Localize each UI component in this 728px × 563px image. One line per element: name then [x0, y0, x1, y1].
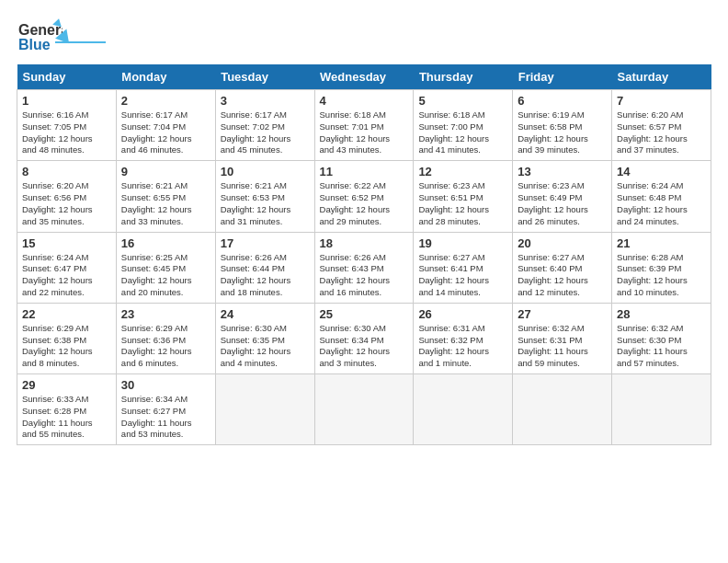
day-number: 2	[121, 94, 210, 108]
day-info: Sunrise: 6:30 AMSunset: 6:35 PMDaylight:…	[221, 323, 310, 370]
calendar-cell: 23Sunrise: 6:29 AMSunset: 6:36 PMDayligh…	[116, 303, 215, 373]
day-info: Sunrise: 6:29 AMSunset: 6:36 PMDaylight:…	[121, 323, 210, 370]
calendar-cell	[215, 374, 314, 445]
day-info: Sunrise: 6:22 AMSunset: 6:52 PMDaylight:…	[320, 180, 409, 227]
week-row-1: 8Sunrise: 6:20 AMSunset: 6:56 PMDaylight…	[17, 161, 711, 232]
day-info: Sunrise: 6:16 AMSunset: 7:05 PMDaylight:…	[22, 109, 111, 156]
calendar-cell: 18Sunrise: 6:26 AMSunset: 6:43 PMDayligh…	[314, 232, 414, 303]
calendar-cell: 5Sunrise: 6:18 AMSunset: 7:00 PMDaylight…	[414, 90, 513, 161]
day-info: Sunrise: 6:23 AMSunset: 6:51 PMDaylight:…	[418, 180, 507, 227]
day-number: 28	[617, 307, 706, 321]
weekday-header-thursday: Thursday	[414, 64, 513, 90]
day-info: Sunrise: 6:17 AMSunset: 7:02 PMDaylight:…	[221, 109, 310, 156]
calendar-cell: 30Sunrise: 6:34 AMSunset: 6:27 PMDayligh…	[116, 374, 215, 445]
weekday-header-row: SundayMondayTuesdayWednesdayThursdayFrid…	[17, 64, 711, 90]
day-number: 29	[22, 378, 111, 392]
day-info: Sunrise: 6:24 AMSunset: 6:47 PMDaylight:…	[22, 252, 111, 299]
calendar-cell: 20Sunrise: 6:27 AMSunset: 6:40 PMDayligh…	[513, 232, 612, 303]
day-info: Sunrise: 6:20 AMSunset: 6:56 PMDaylight:…	[22, 180, 111, 227]
day-number: 17	[221, 236, 310, 250]
calendar-cell: 11Sunrise: 6:22 AMSunset: 6:52 PMDayligh…	[314, 161, 414, 232]
calendar-cell: 22Sunrise: 6:29 AMSunset: 6:38 PMDayligh…	[17, 303, 117, 373]
calendar-cell	[513, 374, 612, 445]
page: General Blue SundayMo	[0, 0, 728, 454]
week-row-0: 1Sunrise: 6:16 AMSunset: 7:05 PMDaylight…	[17, 90, 711, 161]
day-number: 9	[121, 165, 210, 178]
weekday-header-sunday: Sunday	[17, 64, 117, 90]
calendar-cell: 10Sunrise: 6:21 AMSunset: 6:53 PMDayligh…	[215, 161, 314, 232]
calendar-cell	[414, 374, 513, 445]
day-info: Sunrise: 6:26 AMSunset: 6:44 PMDaylight:…	[221, 252, 310, 299]
calendar-cell: 17Sunrise: 6:26 AMSunset: 6:44 PMDayligh…	[215, 232, 314, 303]
day-info: Sunrise: 6:17 AMSunset: 7:04 PMDaylight:…	[121, 109, 210, 156]
logo-underline	[55, 41, 106, 43]
day-info: Sunrise: 6:23 AMSunset: 6:49 PMDaylight:…	[518, 180, 607, 227]
calendar-cell: 14Sunrise: 6:24 AMSunset: 6:48 PMDayligh…	[612, 161, 711, 232]
day-info: Sunrise: 6:18 AMSunset: 7:01 PMDaylight:…	[320, 109, 409, 156]
day-info: Sunrise: 6:28 AMSunset: 6:39 PMDaylight:…	[617, 252, 706, 299]
day-number: 10	[221, 165, 310, 178]
day-info: Sunrise: 6:27 AMSunset: 6:40 PMDaylight:…	[518, 252, 607, 299]
calendar-cell: 3Sunrise: 6:17 AMSunset: 7:02 PMDaylight…	[215, 90, 314, 161]
calendar-cell: 12Sunrise: 6:23 AMSunset: 6:51 PMDayligh…	[414, 161, 513, 232]
weekday-header-monday: Monday	[116, 64, 215, 90]
day-info: Sunrise: 6:18 AMSunset: 7:00 PMDaylight:…	[418, 109, 507, 156]
calendar-table: SundayMondayTuesdayWednesdayThursdayFrid…	[17, 64, 711, 445]
day-number: 12	[418, 165, 507, 178]
day-number: 11	[320, 165, 409, 178]
day-number: 20	[518, 236, 607, 250]
day-info: Sunrise: 6:33 AMSunset: 6:28 PMDaylight:…	[22, 394, 111, 441]
calendar-cell: 19Sunrise: 6:27 AMSunset: 6:41 PMDayligh…	[414, 232, 513, 303]
day-number: 27	[518, 307, 607, 321]
day-info: Sunrise: 6:29 AMSunset: 6:38 PMDaylight:…	[22, 323, 111, 370]
day-number: 3	[221, 94, 310, 108]
day-info: Sunrise: 6:26 AMSunset: 6:43 PMDaylight:…	[320, 252, 409, 299]
calendar-cell: 25Sunrise: 6:30 AMSunset: 6:34 PMDayligh…	[314, 303, 414, 373]
calendar-cell: 13Sunrise: 6:23 AMSunset: 6:49 PMDayligh…	[513, 161, 612, 232]
day-number: 15	[22, 236, 111, 250]
day-info: Sunrise: 6:25 AMSunset: 6:45 PMDaylight:…	[121, 252, 210, 299]
day-number: 13	[518, 165, 607, 178]
logo: General Blue	[17, 17, 106, 55]
day-number: 8	[22, 165, 111, 178]
calendar-cell: 9Sunrise: 6:21 AMSunset: 6:55 PMDaylight…	[116, 161, 215, 232]
day-info: Sunrise: 6:21 AMSunset: 6:53 PMDaylight:…	[221, 180, 310, 227]
day-info: Sunrise: 6:20 AMSunset: 6:57 PMDaylight:…	[617, 109, 706, 156]
day-info: Sunrise: 6:32 AMSunset: 6:30 PMDaylight:…	[617, 323, 706, 370]
calendar-cell: 4Sunrise: 6:18 AMSunset: 7:01 PMDaylight…	[314, 90, 414, 161]
weekday-header-wednesday: Wednesday	[314, 64, 414, 90]
weekday-header-friday: Friday	[513, 64, 612, 90]
day-number: 16	[121, 236, 210, 250]
day-number: 30	[121, 378, 210, 392]
day-info: Sunrise: 6:24 AMSunset: 6:48 PMDaylight:…	[617, 180, 706, 227]
day-number: 24	[221, 307, 310, 321]
calendar-cell: 28Sunrise: 6:32 AMSunset: 6:30 PMDayligh…	[612, 303, 711, 373]
day-number: 1	[22, 94, 111, 108]
day-number: 25	[320, 307, 409, 321]
calendar-cell: 2Sunrise: 6:17 AMSunset: 7:04 PMDaylight…	[116, 90, 215, 161]
day-info: Sunrise: 6:30 AMSunset: 6:34 PMDaylight:…	[320, 323, 409, 370]
svg-text:Blue: Blue	[18, 37, 51, 52]
calendar-cell: 15Sunrise: 6:24 AMSunset: 6:47 PMDayligh…	[17, 232, 117, 303]
calendar-cell: 29Sunrise: 6:33 AMSunset: 6:28 PMDayligh…	[17, 374, 117, 445]
day-number: 4	[320, 94, 409, 108]
calendar-cell: 8Sunrise: 6:20 AMSunset: 6:56 PMDaylight…	[17, 161, 117, 232]
day-number: 18	[320, 236, 409, 250]
day-number: 6	[518, 94, 607, 108]
day-number: 5	[418, 94, 507, 108]
day-number: 14	[617, 165, 706, 178]
calendar-cell: 27Sunrise: 6:32 AMSunset: 6:31 PMDayligh…	[513, 303, 612, 373]
day-number: 23	[121, 307, 210, 321]
day-info: Sunrise: 6:21 AMSunset: 6:55 PMDaylight:…	[121, 180, 210, 227]
day-number: 22	[22, 307, 111, 321]
calendar-cell	[612, 374, 711, 445]
day-info: Sunrise: 6:32 AMSunset: 6:31 PMDaylight:…	[518, 323, 607, 370]
day-number: 26	[418, 307, 507, 321]
calendar-cell: 1Sunrise: 6:16 AMSunset: 7:05 PMDaylight…	[17, 90, 117, 161]
day-info: Sunrise: 6:31 AMSunset: 6:32 PMDaylight:…	[418, 323, 507, 370]
calendar-cell: 24Sunrise: 6:30 AMSunset: 6:35 PMDayligh…	[215, 303, 314, 373]
calendar-cell: 7Sunrise: 6:20 AMSunset: 6:57 PMDaylight…	[612, 90, 711, 161]
calendar-cell: 16Sunrise: 6:25 AMSunset: 6:45 PMDayligh…	[116, 232, 215, 303]
day-number: 19	[418, 236, 507, 250]
day-info: Sunrise: 6:19 AMSunset: 6:58 PMDaylight:…	[518, 109, 607, 156]
